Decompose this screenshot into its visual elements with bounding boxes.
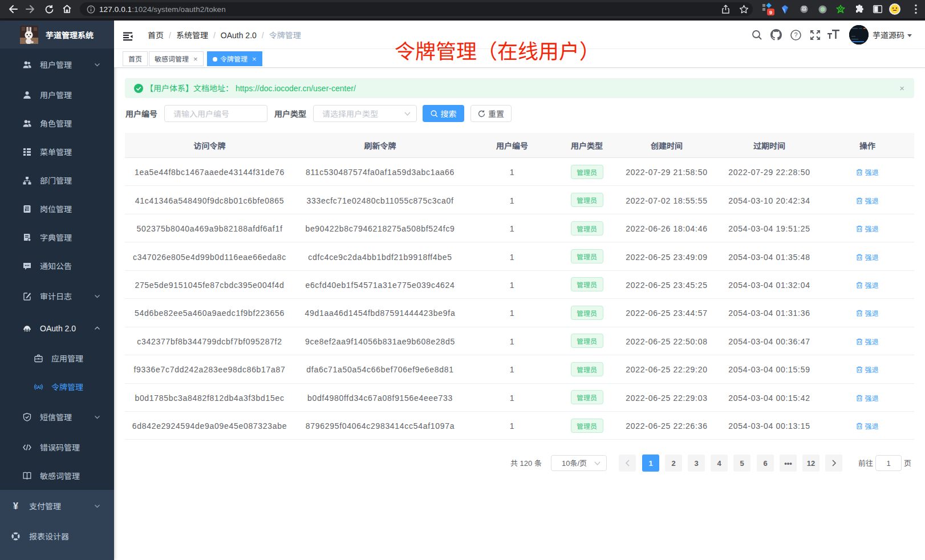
- svg-text:?: ?: [794, 31, 797, 38]
- svg-text:9: 9: [769, 10, 772, 15]
- svg-text:A: A: [36, 384, 40, 389]
- svg-text:¥: ¥: [13, 502, 18, 510]
